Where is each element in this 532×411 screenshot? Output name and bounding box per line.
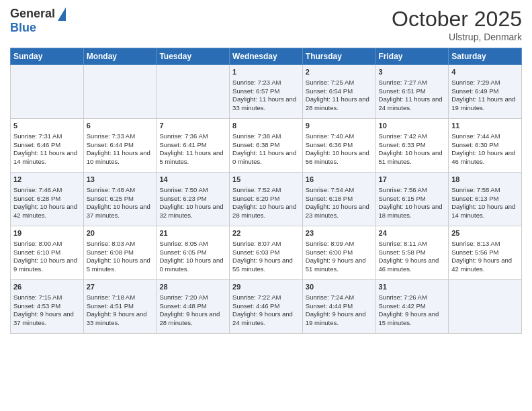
day-number: 13: [87, 175, 154, 185]
day-info: Sunrise: 7:31 AM: [13, 132, 81, 141]
day-info: Sunrise: 7:42 AM: [379, 132, 446, 141]
table-row: 2Sunrise: 7:25 AMSunset: 6:54 PMDaylight…: [302, 65, 375, 119]
table-row: 24Sunrise: 8:11 AMSunset: 5:58 PMDayligh…: [375, 226, 449, 280]
day-number: 21: [159, 228, 226, 238]
day-info: Daylight: 10 hours and 14 minutes.: [451, 203, 519, 220]
day-info: Daylight: 10 hours and 51 minutes.: [379, 149, 446, 167]
day-info: Daylight: 10 hours and 56 minutes.: [306, 149, 373, 167]
day-info: Daylight: 9 hours and 15 minutes.: [379, 310, 446, 328]
day-number: 4: [451, 67, 519, 77]
day-info: Sunrise: 8:09 AM: [306, 240, 373, 248]
table-row: 12Sunrise: 7:46 AMSunset: 6:28 PMDayligh…: [11, 173, 84, 226]
day-info: Sunset: 6:46 PM: [13, 141, 81, 150]
calendar-week-row: 5Sunrise: 7:31 AMSunset: 6:46 PMDaylight…: [11, 119, 522, 173]
day-info: Sunset: 6:41 PM: [159, 141, 226, 150]
day-info: Sunset: 4:42 PM: [379, 302, 446, 311]
col-saturday: Saturday: [449, 48, 522, 65]
day-info: Sunset: 6:00 PM: [306, 248, 373, 257]
day-info: Daylight: 9 hours and 24 minutes.: [232, 310, 300, 328]
day-info: Sunset: 6:33 PM: [379, 141, 446, 150]
day-number: 5: [13, 121, 81, 131]
day-number: 16: [306, 175, 373, 185]
day-info: Daylight: 11 hours and 33 minutes.: [232, 95, 300, 113]
day-number: 28: [159, 282, 226, 292]
day-info: Sunrise: 7:26 AM: [379, 293, 446, 302]
day-info: Daylight: 9 hours and 19 minutes.: [306, 310, 373, 328]
table-row: 15Sunrise: 7:52 AMSunset: 6:20 PMDayligh…: [230, 173, 303, 226]
day-info: Sunrise: 7:22 AM: [232, 293, 300, 302]
day-info: Sunrise: 7:48 AM: [87, 186, 154, 195]
col-friday: Friday: [375, 48, 449, 65]
day-info: Sunset: 6:54 PM: [306, 87, 373, 96]
day-info: Sunset: 6:38 PM: [232, 141, 300, 150]
day-info: Daylight: 9 hours and 37 minutes.: [13, 310, 81, 328]
day-info: Sunset: 6:05 PM: [159, 248, 226, 257]
table-row: 19Sunrise: 8:00 AMSunset: 6:10 PMDayligh…: [11, 226, 84, 280]
header: General Blue October 2025 Ulstrup, Denma…: [10, 7, 522, 42]
day-number: 22: [232, 228, 300, 238]
logo-blue-text: Blue: [10, 21, 36, 35]
table-row: 31Sunrise: 7:26 AMSunset: 4:42 PMDayligh…: [375, 280, 449, 334]
day-number: 1: [232, 67, 300, 77]
day-number: 2: [306, 67, 373, 77]
day-number: 10: [379, 121, 446, 131]
table-row: 30Sunrise: 7:24 AMSunset: 4:44 PMDayligh…: [302, 280, 375, 334]
day-info: Daylight: 9 hours and 28 minutes.: [159, 310, 226, 328]
day-info: Sunrise: 7:20 AM: [159, 293, 226, 302]
table-row: 1Sunrise: 7:23 AMSunset: 6:57 PMDaylight…: [230, 65, 303, 119]
table-row: 6Sunrise: 7:33 AMSunset: 6:44 PMDaylight…: [83, 119, 157, 173]
day-info: Sunrise: 7:50 AM: [159, 186, 226, 195]
table-row: [83, 65, 157, 119]
day-info: Sunrise: 8:00 AM: [13, 240, 81, 248]
day-number: 25: [451, 228, 519, 238]
table-row: 25Sunrise: 8:13 AMSunset: 5:56 PMDayligh…: [449, 226, 522, 280]
day-info: Sunrise: 7:29 AM: [451, 79, 519, 87]
day-number: 23: [306, 228, 373, 238]
table-row: 14Sunrise: 7:50 AMSunset: 6:23 PMDayligh…: [157, 173, 230, 226]
day-info: Sunrise: 7:18 AM: [87, 293, 154, 302]
day-number: 19: [13, 228, 81, 238]
table-row: 21Sunrise: 8:05 AMSunset: 6:05 PMDayligh…: [157, 226, 230, 280]
month-title: October 2025: [392, 7, 522, 32]
day-info: Sunrise: 8:05 AM: [159, 240, 226, 248]
day-info: Sunset: 6:08 PM: [87, 248, 154, 257]
day-info: Daylight: 10 hours and 32 minutes.: [159, 203, 226, 220]
day-info: Sunrise: 7:25 AM: [306, 79, 373, 87]
table-row: 16Sunrise: 7:54 AMSunset: 6:18 PMDayligh…: [302, 173, 375, 226]
day-info: Sunset: 5:56 PM: [451, 248, 519, 257]
day-number: 12: [13, 175, 81, 185]
day-info: Daylight: 10 hours and 28 minutes.: [232, 203, 300, 220]
day-info: Daylight: 11 hours and 28 minutes.: [306, 95, 373, 113]
table-row: 5Sunrise: 7:31 AMSunset: 6:46 PMDaylight…: [11, 119, 84, 173]
day-info: Sunrise: 7:52 AM: [232, 186, 300, 195]
day-info: Sunset: 6:20 PM: [232, 195, 300, 203]
day-info: Daylight: 10 hours and 0 minutes.: [159, 257, 226, 274]
table-row: 27Sunrise: 7:18 AMSunset: 4:51 PMDayligh…: [83, 280, 157, 334]
day-info: Daylight: 11 hours and 5 minutes.: [159, 149, 226, 167]
table-row: [449, 280, 522, 334]
day-number: 14: [159, 175, 226, 185]
day-number: 15: [232, 175, 300, 185]
day-info: Daylight: 9 hours and 51 minutes.: [306, 257, 373, 274]
day-info: Daylight: 10 hours and 42 minutes.: [13, 203, 81, 220]
table-row: 4Sunrise: 7:29 AMSunset: 6:49 PMDaylight…: [449, 65, 522, 119]
col-monday: Monday: [83, 48, 157, 65]
table-row: 11Sunrise: 7:44 AMSunset: 6:30 PMDayligh…: [449, 119, 522, 173]
title-block: October 2025 Ulstrup, Denmark: [392, 7, 522, 42]
col-wednesday: Wednesday: [230, 48, 303, 65]
day-info: Sunrise: 8:03 AM: [87, 240, 154, 248]
day-info: Daylight: 9 hours and 55 minutes.: [232, 257, 300, 274]
day-info: Sunset: 6:15 PM: [379, 195, 446, 203]
table-row: 17Sunrise: 7:56 AMSunset: 6:15 PMDayligh…: [375, 173, 449, 226]
day-info: Sunset: 6:28 PM: [13, 195, 81, 203]
table-row: 10Sunrise: 7:42 AMSunset: 6:33 PMDayligh…: [375, 119, 449, 173]
day-info: Sunrise: 8:07 AM: [232, 240, 300, 248]
day-info: Sunrise: 7:15 AM: [13, 293, 81, 302]
day-info: Sunrise: 7:23 AM: [232, 79, 300, 87]
header-row: Sunday Monday Tuesday Wednesday Thursday…: [11, 48, 522, 65]
day-info: Daylight: 10 hours and 23 minutes.: [306, 203, 373, 220]
day-info: Daylight: 10 hours and 37 minutes.: [87, 203, 154, 220]
day-info: Sunset: 6:03 PM: [232, 248, 300, 257]
day-info: Sunrise: 7:38 AM: [232, 132, 300, 141]
day-number: 9: [306, 121, 373, 131]
